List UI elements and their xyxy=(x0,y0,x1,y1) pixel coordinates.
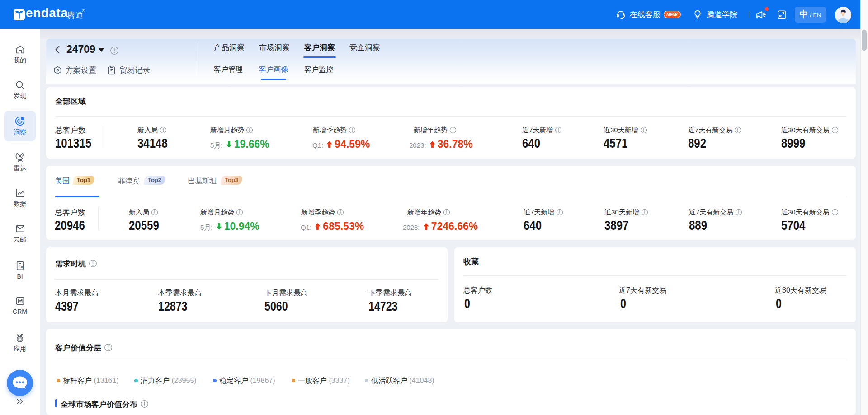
svg-text:BI: BI xyxy=(19,265,23,269)
